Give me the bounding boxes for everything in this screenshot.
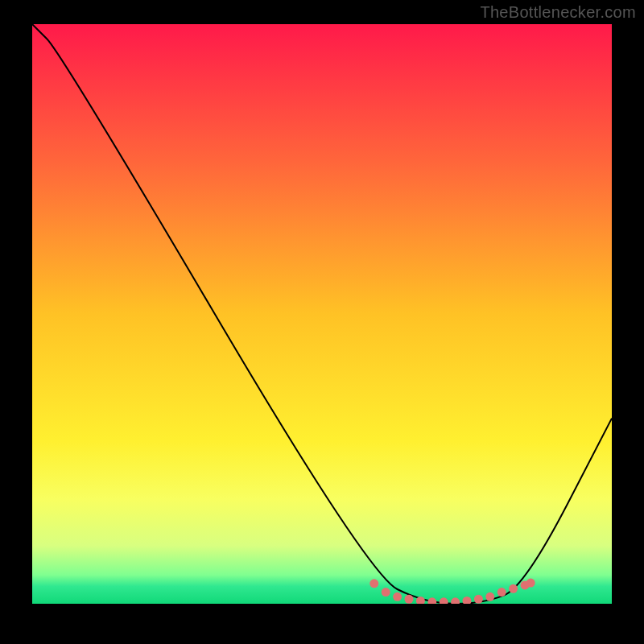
plot-area: [32, 24, 612, 604]
marker-dot: [463, 597, 472, 604]
marker-dot: [526, 579, 535, 588]
marker-dot: [509, 584, 518, 593]
marker-dot: [393, 592, 402, 601]
curve-line: [32, 24, 612, 604]
marker-dot: [369, 579, 378, 588]
marker-dot: [382, 588, 390, 597]
marker-dot: [497, 588, 506, 597]
marker-dot: [405, 595, 414, 604]
marker-group: [369, 579, 535, 604]
marker-dot: [474, 595, 483, 604]
line-svg: [32, 24, 612, 604]
marker-dot: [485, 592, 494, 601]
watermark-text: TheBottlenecker.com: [480, 3, 636, 22]
marker-dot: [451, 597, 460, 604]
chart-container: TheBottlenecker.com: [0, 0, 644, 644]
marker-dot: [440, 597, 448, 604]
marker-dot: [427, 597, 436, 604]
